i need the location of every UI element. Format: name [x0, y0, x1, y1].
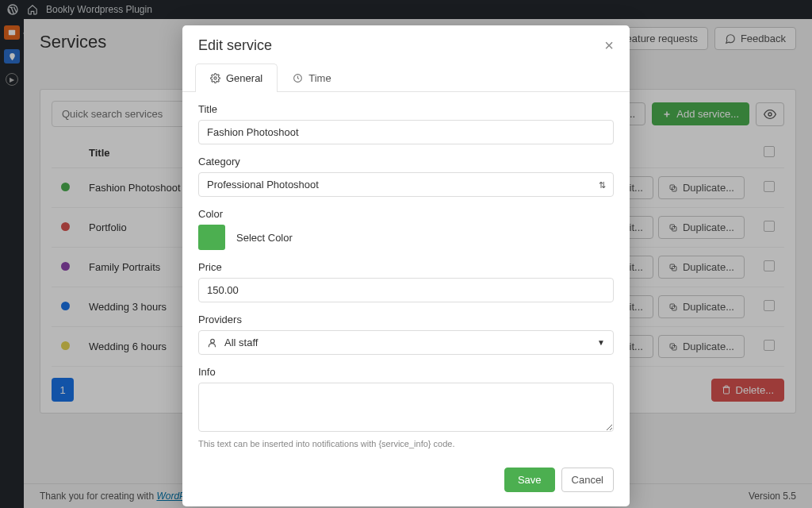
modal-backdrop[interactable]: [0, 0, 812, 19]
